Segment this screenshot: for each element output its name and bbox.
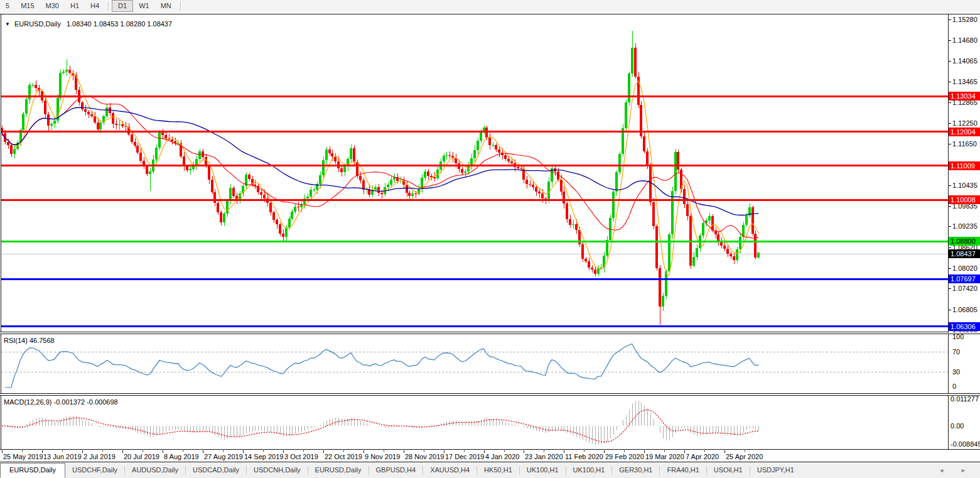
- chart-tab-eurusd-daily[interactable]: EURUSD,Daily: [0, 463, 65, 478]
- date-minor-tick: [544, 450, 544, 452]
- chart-tab-uk100-h1[interactable]: UK100,H1: [566, 463, 612, 478]
- date-minor-tick: [584, 450, 584, 452]
- level-line-1.11009: [1, 165, 948, 166]
- price-tag-text: 1.10008: [950, 196, 976, 204]
- moving-average-5: [2, 73, 758, 276]
- date-minor-tick: [424, 450, 424, 452]
- chart-tab-fra40-h1[interactable]: FRA40,H1: [660, 463, 706, 478]
- price-tag-text: 1.08437: [950, 250, 976, 258]
- date-minor-tick: [704, 450, 705, 452]
- date-major-tick: [243, 450, 244, 453]
- level-line-1.12004: [1, 131, 948, 133]
- date-minor-tick: [664, 450, 665, 452]
- price-tick-label: 1.08020: [952, 264, 977, 272]
- price-axis[interactable]: 1.152801.146801.140651.134651.128651.122…: [949, 16, 980, 333]
- timeframe-button-5[interactable]: 5: [0, 0, 15, 12]
- chart-tab-xauusd-h4[interactable]: XAUUSD,H4: [423, 463, 477, 478]
- macd-indicator-panel[interactable]: 0.0112770.00-0.008845: [0, 395, 980, 450]
- toolbar-separator: [108, 1, 109, 11]
- date-major-tick: [484, 450, 485, 453]
- rsi-axis[interactable]: 10070300: [952, 334, 964, 390]
- macd-axis[interactable]: 0.0112770.00-0.008845: [950, 395, 980, 448]
- price-tick-label: 1.13465: [952, 78, 977, 85]
- level-line-1.13034: [1, 95, 948, 97]
- chart-tab-gbpusd-h4[interactable]: GBPUSD,H4: [369, 463, 423, 478]
- chart-tab-ger30-h1[interactable]: GER30,H1: [612, 463, 659, 478]
- date-major-tick: [283, 450, 284, 453]
- level-line-1.07697: [1, 278, 948, 280]
- date-label: 7 Apr 2020: [686, 453, 719, 460]
- chart-tab-usdjpy-h1[interactable]: USDJPY,H1: [750, 463, 801, 478]
- level-line-1.06306: [1, 325, 948, 327]
- tab-scroll-right-icon[interactable]: ►: [961, 467, 966, 474]
- price-tick-label: 1.11650: [952, 140, 977, 148]
- rsi-indicator-panel[interactable]: 10070300: [0, 334, 980, 394]
- date-minor-tick: [263, 450, 264, 452]
- timeframe-button-w1[interactable]: W1: [133, 0, 155, 12]
- chart-tab-usdcad-daily[interactable]: USDCAD,Daily: [186, 463, 246, 478]
- trading-platform-window: 5M15M30H1H4D1W1MN ▼ EURUSD,Daily 1.08340…: [0, 0, 980, 478]
- date-label: 13 Jun 2019: [43, 453, 82, 460]
- date-label: 25 Apr 2020: [726, 453, 763, 460]
- timeframe-button-m15[interactable]: M15: [15, 0, 40, 12]
- level-line-1.08800: [1, 241, 948, 242]
- date-major-tick: [2, 450, 3, 453]
- timeframe-button-d1[interactable]: D1: [112, 0, 133, 12]
- chart-dropdown-icon[interactable]: ▼: [5, 21, 10, 27]
- timeframe-toolbar: 5M15M30H1H4D1W1MN: [0, 0, 980, 12]
- tab-scroll-left-icon[interactable]: ◄: [939, 467, 944, 474]
- timeframe-button-h1[interactable]: H1: [65, 0, 85, 12]
- date-major-tick: [684, 450, 685, 453]
- date-label: 29 Feb 2020: [605, 453, 644, 460]
- price-tick-label: 1.09235: [952, 222, 977, 230]
- price-tick-label: 1.12250: [952, 119, 977, 127]
- date-major-tick: [163, 450, 163, 453]
- rsi-axis-label: 70: [952, 348, 960, 356]
- chart-tab-usoil-h1[interactable]: USOil,H1: [707, 463, 750, 478]
- rsi-indicator-label: RSI(14) 46.7568: [4, 337, 55, 344]
- price-tag-text: 1.12004: [950, 128, 976, 136]
- date-minor-tick: [62, 450, 63, 452]
- price-tag-text: 1.06306: [950, 323, 976, 330]
- date-minor-tick: [624, 450, 625, 452]
- date-label: 28 Nov 2019: [405, 453, 444, 460]
- date-minor-tick: [745, 450, 745, 452]
- toolbar-separator: [180, 1, 181, 11]
- date-minor-tick: [102, 450, 103, 452]
- timeframe-button-mn[interactable]: MN: [155, 0, 177, 12]
- date-label: 19 Mar 2020: [645, 453, 684, 460]
- date-minor-tick: [384, 450, 384, 452]
- date-label: 22 Oct 2019: [325, 453, 362, 460]
- date-major-tick: [122, 450, 123, 453]
- chart-tab-hk50-h1[interactable]: HK50,H1: [477, 463, 519, 478]
- date-axis[interactable]: 25 May 201913 Jun 20192 Jul 201920 Jul 2…: [0, 450, 980, 462]
- date-label: 17 Dec 2019: [445, 453, 484, 460]
- date-major-tick: [564, 450, 564, 453]
- chart-tab-audusd-daily[interactable]: AUDUSD,Daily: [125, 463, 185, 478]
- date-major-tick: [82, 450, 83, 453]
- chart-tab-usdchf-daily[interactable]: USDCHF,Daily: [65, 463, 124, 478]
- chart-tab-uk100-h1[interactable]: UK100,H1: [520, 463, 566, 478]
- date-label: 8 Aug 2019: [164, 453, 199, 460]
- date-minor-tick: [22, 450, 23, 452]
- date-label: 11 Feb 2020: [565, 453, 603, 460]
- moving-average-21: [2, 96, 758, 238]
- chart-tab-eurusd-daily[interactable]: EURUSD,Daily: [308, 463, 369, 478]
- macd-axis-label: 0.011277: [950, 395, 979, 403]
- date-major-tick: [644, 450, 645, 453]
- date-major-tick: [363, 450, 364, 453]
- timeframe-button-m30[interactable]: M30: [40, 0, 65, 12]
- date-minor-tick: [303, 450, 304, 452]
- date-major-tick: [524, 450, 524, 453]
- date-minor-tick: [343, 450, 344, 452]
- price-tick-label: 1.07420: [952, 285, 977, 292]
- timeframe-button-h4[interactable]: H4: [85, 0, 105, 12]
- level-line-1.10008: [1, 199, 948, 201]
- tab-scroll-nav: ◄►: [939, 463, 980, 478]
- date-minor-tick: [223, 450, 223, 452]
- macd-indicator-label: MACD(12,26,9) -0.001372 -0.000698: [4, 398, 118, 406]
- date-label: 4 Jan 2020: [485, 453, 519, 460]
- chart-tab-bar: EURUSD,DailyUSDCHF,DailyAUDUSD,DailyUSDC…: [0, 463, 980, 478]
- main-price-chart[interactable]: 1.152801.146801.140651.134651.128651.122…: [0, 12, 980, 333]
- chart-tab-usdcnh-daily[interactable]: USDCNH,Daily: [247, 463, 308, 478]
